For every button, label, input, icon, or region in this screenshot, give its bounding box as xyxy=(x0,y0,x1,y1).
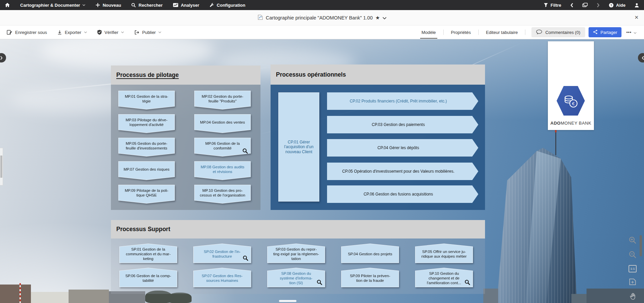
back-button[interactable] xyxy=(570,3,573,8)
process-box-sp04[interactable]: SP.04 Gestion des projets xyxy=(341,244,399,263)
configuration-label: Configuration xyxy=(217,3,245,8)
user-button[interactable] xyxy=(634,3,639,8)
more-button[interactable]: ••• xyxy=(626,30,632,35)
configuration-button[interactable]: Configuration xyxy=(209,3,245,8)
process-box-cp01[interactable]: CP.01 Gérer l'acquisition d'un nouveau C… xyxy=(278,92,319,202)
favorite-star-icon[interactable]: ★ xyxy=(375,15,380,21)
verify-button[interactable]: Vérifier xyxy=(97,30,124,35)
tab-model[interactable]: Modèle xyxy=(420,26,437,39)
share-label: Partager xyxy=(601,30,617,35)
chevron-down-icon xyxy=(158,31,161,33)
drilldown-magnifier-icon xyxy=(242,148,248,154)
process-arrow-cp02[interactable]: CP.02 Produits financiers (Crédit, Prêt … xyxy=(327,92,478,110)
pilotage-panel: Processus de pilotage MP.01 Gestion de l… xyxy=(111,66,260,210)
help-button[interactable]: ? Aide xyxy=(609,3,626,8)
export-label: Exporter xyxy=(65,30,81,35)
process-box-mp09[interactable]: MP.09 Pilotage de la poli- tique QHSE xyxy=(118,185,175,204)
process-box-mp02[interactable]: MP.02 Gestion du porte- feuille "Produit… xyxy=(194,91,251,110)
vertical-scrollbar-thumb[interactable] xyxy=(640,235,642,256)
title-caret-icon[interactable] xyxy=(383,15,387,20)
close-button[interactable]: ✕ xyxy=(634,14,639,20)
toolbar-right: Modèle Propriétés Editeur tabulaire Comm… xyxy=(420,26,637,39)
save-as-button[interactable]: Enregistrer sous xyxy=(7,30,47,35)
download-icon xyxy=(57,30,62,35)
process-box-mp07[interactable]: MP.07 Gestion des risques xyxy=(118,161,175,180)
process-box-sp09[interactable]: SP.09 Piloter la préven- tion de la frau… xyxy=(341,268,399,287)
zoom-reset-button[interactable]: 1:1 xyxy=(629,265,637,272)
process-box-sp02[interactable]: SP.02 Gestion de l'in- frastructure xyxy=(193,244,251,263)
menu-label: Cartographier & Documenter xyxy=(20,3,80,8)
windows-button[interactable] xyxy=(582,3,588,7)
process-box-sp10[interactable]: SP.10 Gestion du changement et de l'amél… xyxy=(415,268,473,287)
titlebar: Cartographie principale "ADOMONEY Bank" … xyxy=(0,10,644,26)
panel-title: Processus Support xyxy=(116,226,170,233)
coins-euro-icon: € xyxy=(562,93,579,109)
fit-to-page-button[interactable] xyxy=(629,278,637,287)
analyze-label: Analyser xyxy=(181,3,199,8)
process-box-mp03[interactable]: MP.03 Pilotage du déve- loppement d'acti… xyxy=(118,114,175,133)
process-box-mp05[interactable]: MP.05 Gestion du porte- feuille d'invest… xyxy=(118,138,175,157)
model-title-cluster: Cartographie principale "ADOMONEY Bank" … xyxy=(257,14,387,21)
publish-button[interactable]: Publier xyxy=(134,30,161,35)
process-box-mp06[interactable]: MP.06 Gestion de la conformité xyxy=(194,138,251,157)
comments-button[interactable]: Commentaires (0) xyxy=(531,27,585,37)
home-icon xyxy=(5,2,10,8)
toolbar-left: Enregistrer sous Exporter Vérifier Publi… xyxy=(7,30,171,35)
drilldown-magnifier-icon xyxy=(317,279,322,285)
operational-panel: Processus opérationnels CP.01 Gérer l'ac… xyxy=(271,64,485,210)
chevron-down-icon xyxy=(84,31,87,33)
forward-button[interactable] xyxy=(597,3,600,8)
help-label: Aide xyxy=(616,3,626,8)
process-box-sp01[interactable]: SP.01 Gestion de la communication et du … xyxy=(119,244,177,263)
share-icon xyxy=(593,30,598,35)
process-box-mp01[interactable]: MP.01 Gestion de la stra- tégie xyxy=(118,91,175,110)
filter-icon xyxy=(544,3,548,7)
process-box-sp07[interactable]: SP.07 Gestion des Res- sources Humaines xyxy=(193,268,251,287)
toolbar: Enregistrer sous Exporter Vérifier Publi… xyxy=(0,26,644,39)
new-button[interactable]: Nouveau xyxy=(95,3,121,8)
save-as-label: Enregistrer sous xyxy=(15,30,47,35)
export-button[interactable]: Exporter xyxy=(57,30,87,35)
drilldown-magnifier-icon xyxy=(243,255,248,261)
process-box-mp08[interactable]: MP.08 Gestion des audits et révisions xyxy=(194,161,251,180)
user-icon xyxy=(634,3,639,8)
chevron-down-icon[interactable] xyxy=(634,29,637,35)
menu-cartographier-documenter[interactable]: Cartographier & Documenter xyxy=(20,3,85,8)
process-box-mp04[interactable]: MP.04 Gestion des ventes xyxy=(194,114,251,133)
process-arrow-cp05[interactable]: CP.05 Opération d'investissement pour de… xyxy=(327,163,478,180)
publish-label: Publier xyxy=(142,30,156,35)
home-button[interactable] xyxy=(5,2,10,8)
city-building xyxy=(69,290,109,303)
pan-hand-button[interactable] xyxy=(629,292,637,301)
process-box-sp03[interactable]: SP.03 Gestion du repor- ting exigé par l… xyxy=(267,244,325,263)
tab-tabular-editor[interactable]: Editeur tabulaire xyxy=(485,26,519,39)
city-building xyxy=(0,285,31,303)
process-box-sp05[interactable]: SP.05 Offrir un service ju- ridique aux … xyxy=(415,244,473,263)
share-button[interactable]: Partager xyxy=(589,27,622,37)
process-map-canvas[interactable]: Processus de pilotage MP.01 Gestion de l… xyxy=(0,39,644,303)
horizontal-scrollbar-thumb[interactable] xyxy=(279,300,296,302)
operational-header: Processus opérationnels xyxy=(271,64,485,85)
antenna-light xyxy=(555,130,557,132)
plus-icon xyxy=(95,3,100,7)
zoom-in-button[interactable] xyxy=(629,236,637,245)
process-box-mp10[interactable]: MP.10 Gestion des pro- cessus et de l'or… xyxy=(194,185,251,204)
windows-icon xyxy=(582,3,588,7)
trees xyxy=(168,293,192,303)
left-panel-resize-handle[interactable] xyxy=(0,148,3,185)
support-panel: Processus Support SP.01 Gestion de la co… xyxy=(111,220,485,294)
filter-label: Filtre xyxy=(551,3,561,8)
search-button[interactable]: Rechercher xyxy=(131,3,163,8)
process-arrow-cp04[interactable]: CP.04 Gérer les dépôts xyxy=(327,139,478,157)
filter-button[interactable]: Filtre xyxy=(544,3,561,8)
process-box-sp08[interactable]: SP.08 Gestion du système d'informa- tion… xyxy=(267,268,325,287)
svg-text:?: ? xyxy=(610,3,612,7)
chevron-left-icon xyxy=(570,3,573,8)
zoom-out-button[interactable] xyxy=(629,251,637,260)
adomoney-logo-text: ADOMONEY BANK xyxy=(548,121,594,126)
process-arrow-cp03[interactable]: CP.03 Gestion des paiements xyxy=(327,116,478,133)
tab-properties[interactable]: Propriétés xyxy=(450,26,472,39)
process-arrow-cp06[interactable]: CP.06 Gestion des fusions acquisitions xyxy=(327,185,478,203)
analyze-button[interactable]: Analyser xyxy=(173,3,199,8)
process-box-sp06[interactable]: SP.06 Gestion de la comp- tabilité xyxy=(119,268,177,287)
